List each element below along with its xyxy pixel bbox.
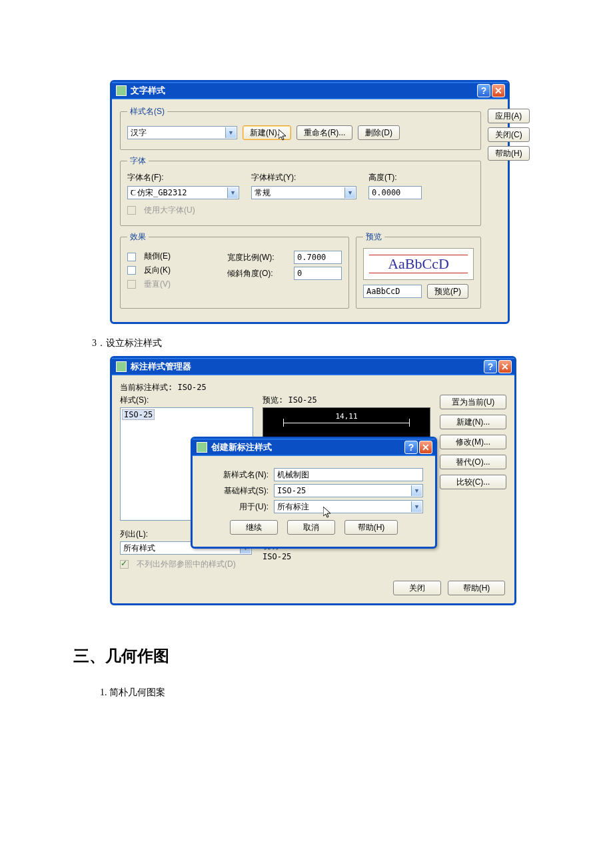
titlebar[interactable]: 文字样式 ? ✕ <box>112 82 508 99</box>
group-legend: 效果 <box>127 231 149 243</box>
dialog-title: 创建新标注样式 <box>211 441 404 453</box>
current-style-label: 当前标注样式: ISO-25 <box>120 382 506 393</box>
font-group: 字体 字体名(F): Ꞇ 仿宋_GB2312 ▼ 字体样式(Y): <box>120 155 481 226</box>
style-name-group: 样式名(S) 汉字 ▼ 新建(N)... 重命名(R)... <box>120 106 481 150</box>
font-style-combo[interactable]: 常规 ▼ <box>251 186 356 199</box>
preview-button[interactable]: 预览(P) <box>427 284 468 299</box>
app-icon <box>197 442 207 453</box>
oblique-input[interactable]: 0 <box>294 267 342 280</box>
combo-value: 汉字 <box>131 127 147 139</box>
close-icon[interactable]: ✕ <box>498 360 512 373</box>
doc-heading-3: 三、几何作图 <box>73 645 540 667</box>
description-value: ISO-25 <box>263 552 430 561</box>
width-factor-input[interactable]: 0.7000 <box>294 251 342 264</box>
oblique-label: 倾斜角度(O): <box>227 268 289 279</box>
list-item[interactable]: ISO-25 <box>122 409 155 420</box>
new-dim-style-modal: 创建新标注样式 ? ✕ 新样式名(N): 机械制图 基础样式(S): <box>191 437 437 549</box>
help-button[interactable]: 帮助(H) <box>344 520 398 535</box>
app-icon <box>116 361 127 372</box>
big-font-label: 使用大字体(U) <box>144 205 195 216</box>
preview-box: AaBbCcD <box>363 248 474 280</box>
chevron-down-icon: ▼ <box>227 187 238 198</box>
doc-item-3: 3．设立标注样式 <box>92 337 540 349</box>
height-input[interactable]: 0.0000 <box>368 186 422 199</box>
new-button[interactable]: 新建(N)... <box>243 125 291 140</box>
doc-sub-1: 1. 简朴几何图案 <box>100 687 540 699</box>
preview-group: 预览 AaBbCcD AaBbCcD 预览(P) <box>356 231 481 309</box>
base-style-label: 基础样式(S): <box>205 485 269 497</box>
combo-value: 仿宋_GB2312 <box>137 187 187 199</box>
new-name-input[interactable]: 机械制图 <box>274 468 423 481</box>
text-style-dialog: 文字样式 ? ✕ 样式名(S) 汉字 ▼ 新建(N)... <box>110 80 510 324</box>
chevron-down-icon: ▼ <box>344 187 355 198</box>
compare-button[interactable]: 比较(C)... <box>440 475 506 489</box>
vertical-checkbox <box>127 280 136 289</box>
close-icon[interactable]: ✕ <box>419 441 432 454</box>
chevron-down-icon: ▼ <box>411 501 422 512</box>
style-name-combo[interactable]: 汉字 ▼ <box>127 126 237 139</box>
help-icon[interactable]: ? <box>484 360 497 373</box>
combo-value: 常规 <box>255 187 271 199</box>
preview-label: 预览: ISO-25 <box>263 395 430 406</box>
titlebar[interactable]: 标注样式管理器 ? ✕ <box>112 358 514 375</box>
override-button[interactable]: 替代(O)... <box>440 455 506 469</box>
styles-label: 样式(S): <box>120 395 253 406</box>
combo-value: ISO-25 <box>277 486 306 495</box>
delete-button[interactable]: 删除(D) <box>358 125 400 140</box>
rename-button[interactable]: 重命名(R)... <box>297 125 353 140</box>
chevron-down-icon: ▼ <box>411 485 422 496</box>
height-label: 高度(T): <box>368 172 422 183</box>
help-icon[interactable]: ? <box>404 441 418 454</box>
truetype-icon: Ꞇ <box>131 188 136 198</box>
font-name-label: 字体名(F): <box>127 172 239 183</box>
group-legend: 字体 <box>127 155 149 167</box>
group-legend: 预览 <box>363 231 384 243</box>
apply-button[interactable]: 应用(A) <box>488 109 530 123</box>
base-style-combo[interactable]: ISO-25 ▼ <box>274 484 423 497</box>
no-xref-checkbox <box>120 560 129 569</box>
big-font-checkbox <box>127 206 136 215</box>
combo-value: 所有标注 <box>277 501 309 513</box>
group-legend: 样式名(S) <box>127 106 167 117</box>
font-style-label: 字体样式(Y): <box>251 172 356 183</box>
combo-value: 所有样式 <box>123 543 155 554</box>
dim-style-dialog: 标注样式管理器 ? ✕ 当前标注样式: ISO-25 样式(S): ISO-25… <box>110 356 516 605</box>
new-button[interactable]: 新建(N)... <box>440 415 506 429</box>
set-current-button[interactable]: 置为当前(U) <box>440 395 506 409</box>
no-xref-label: 不列出外部参照中的样式(D) <box>137 559 236 570</box>
close-icon[interactable]: ✕ <box>492 84 505 97</box>
use-for-label: 用于(U): <box>205 501 269 513</box>
backwards-checkbox[interactable] <box>127 266 136 275</box>
help-button[interactable]: 帮助(H) <box>488 146 530 161</box>
close-button[interactable]: 关闭(C) <box>488 127 530 142</box>
dialog-title: 标注样式管理器 <box>131 361 484 373</box>
upside-down-checkbox[interactable] <box>127 251 139 261</box>
close-button[interactable]: 关闭 <box>393 581 441 595</box>
modify-button[interactable]: 修改(M)... <box>440 435 506 449</box>
continue-button[interactable]: 继续 <box>230 520 278 535</box>
use-for-combo[interactable]: 所有标注 ▼ <box>274 500 423 513</box>
help-button[interactable]: 帮助(H) <box>448 581 505 595</box>
titlebar[interactable]: 创建新标注样式 ? ✕ <box>193 439 435 456</box>
chevron-down-icon: ▼ <box>225 127 236 138</box>
dim-value: 14,11 <box>335 412 357 421</box>
cancel-button[interactable]: 取消 <box>287 520 335 535</box>
effects-group: 效果 颠倒(E) 反向(K) 垂直(V) 宽度比例(W): 0.7000 <box>120 231 349 309</box>
app-icon <box>116 85 127 96</box>
help-icon[interactable]: ? <box>477 84 490 97</box>
font-name-combo[interactable]: Ꞇ 仿宋_GB2312 ▼ <box>127 186 239 199</box>
new-name-label: 新样式名(N): <box>205 469 269 481</box>
width-factor-label: 宽度比例(W): <box>227 252 289 263</box>
dialog-title: 文字样式 <box>131 85 477 97</box>
preview-input[interactable]: AaBbCcD <box>363 285 422 298</box>
